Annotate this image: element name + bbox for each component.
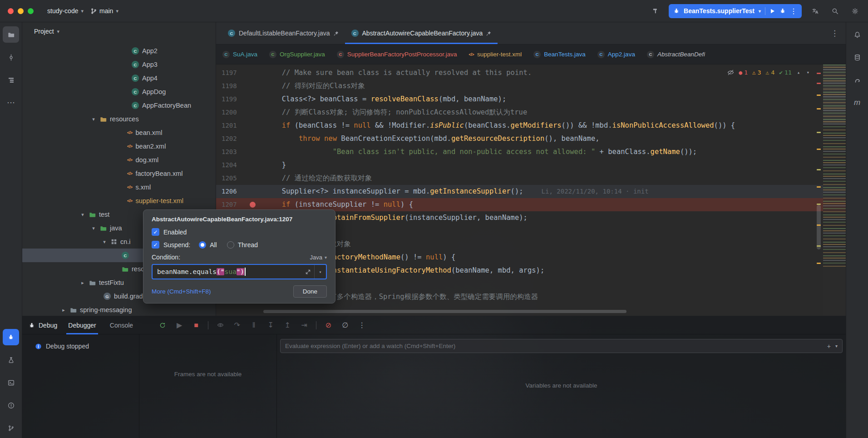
breakpoint-icon[interactable]: [250, 202, 256, 208]
expand-editor-icon[interactable]: [302, 269, 314, 274]
tree-item-bean.xml[interactable]: </>bean.xml: [22, 126, 216, 139]
tree-item-App2[interactable]: CApp2: [22, 44, 216, 58]
step-over-button[interactable]: ↷: [230, 319, 244, 332]
build-icon[interactable]: [649, 4, 662, 18]
step-into-button[interactable]: ↧: [264, 319, 277, 332]
file-chip-AbstractBeanDefi[interactable]: CAbstractBeanDefi: [647, 51, 705, 58]
chevron-down-icon[interactable]: ▾: [101, 239, 108, 245]
tool-strip-button-terminal[interactable]: [3, 374, 19, 391]
run-button[interactable]: [769, 8, 775, 14]
chevron-down-icon[interactable]: ▾: [759, 9, 761, 14]
code-line-1200[interactable]: 1200 // 判断Class对象; 访问修饰符; nonPublicAcces…: [216, 106, 846, 119]
more-button[interactable]: ⋮: [355, 319, 369, 332]
tool-strip-button-database[interactable]: [849, 49, 865, 65]
search-icon[interactable]: [828, 4, 842, 18]
close-window-button[interactable]: [8, 8, 14, 14]
suspend-all-radio[interactable]: [199, 241, 206, 249]
code-line-1203[interactable]: 1203 "Bean class isn't public, and non-p…: [216, 145, 846, 159]
code-line-1206[interactable]: 1206 Supplier<?> instanceSupplier = mbd.…: [216, 185, 846, 198]
tree-item-dog.xml[interactable]: </>dog.xml: [22, 153, 216, 167]
run-debug-widget[interactable]: BeanTests.supplierTest ▾ ⋮: [669, 4, 802, 18]
more-actions-icon[interactable]: ⋮: [790, 7, 797, 15]
enabled-checkbox[interactable]: ✓: [152, 228, 159, 236]
tree-item-AppDog[interactable]: CAppDog: [22, 85, 216, 99]
tool-strip-button-maven[interactable]: m: [849, 95, 865, 111]
add-watch-icon[interactable]: +: [827, 343, 831, 350]
file-chip-SupplierBeanFactoryPostProcessor.java[interactable]: CSupplierBeanFactoryPostProcessor.java: [337, 51, 457, 58]
rerun-button[interactable]: [156, 319, 169, 332]
step-out-button[interactable]: ↥: [281, 319, 294, 332]
condition-input[interactable]: beanName.equals("sua") ▾: [152, 264, 327, 279]
minimize-window-button[interactable]: [18, 8, 24, 14]
more-settings-link[interactable]: More (Cmd+Shift+F8): [152, 288, 211, 295]
evaluate-expression-bar[interactable]: + ▾: [280, 339, 843, 353]
tree-item-bean2.xml[interactable]: </>bean2.xml: [22, 139, 216, 153]
debug-tab-Console[interactable]: Console: [108, 316, 135, 334]
tool-strip-button-notifications[interactable]: [849, 26, 865, 43]
tool-strip-button-project-folder[interactable]: [3, 26, 19, 43]
tree-item-resources[interactable]: ▾resources: [22, 112, 216, 126]
file-chip-supplier-test.xml[interactable]: </>supplier-test.xml: [469, 51, 522, 58]
minimap[interactable]: [823, 65, 846, 316]
tree-item-s.xml[interactable]: </>s.xml: [22, 180, 216, 194]
next-problem-button[interactable]: ▾: [805, 70, 810, 75]
code-line-1204[interactable]: 1204 }: [216, 159, 846, 172]
tool-strip-button-problems[interactable]: [3, 397, 19, 413]
tool-strip-button-structure[interactable]: [3, 72, 19, 88]
code-line-1198[interactable]: 1198 // 得到对应的Class对象: [216, 80, 846, 93]
chevron-right-icon[interactable]: ▸: [79, 280, 86, 286]
resume-button[interactable]: ▶: [173, 319, 186, 332]
tool-strip-button-commit[interactable]: [3, 49, 19, 65]
file-chip-OrgSupplier.java[interactable]: COrgSupplier.java: [269, 51, 325, 58]
file-chip-SuA.java[interactable]: CSuA.java: [222, 51, 257, 58]
tool-strip-button-gradle[interactable]: [849, 72, 865, 88]
chevron-right-icon[interactable]: ▸: [60, 307, 67, 313]
project-panel-header[interactable]: Project ▾: [22, 22, 216, 40]
inspections-widget[interactable]: ●1 ⚠3 ⚠4 ✔11 ▴ ▾: [727, 69, 810, 76]
tool-strip-button-version-control[interactable]: [3, 420, 19, 436]
code-line-1205[interactable]: 1205 // 通过给定的函数获取对象: [216, 172, 846, 185]
horizontal-scrollbar[interactable]: [263, 310, 626, 313]
tree-item-App4[interactable]: CApp4: [22, 71, 216, 85]
code-line-1201[interactable]: 1201 if (beanClass != null && !Modifier.…: [216, 119, 846, 132]
tool-strip-button-debug[interactable]: [3, 329, 19, 345]
tree-item-factoryBean.xml[interactable]: </>factoryBean.xml: [22, 167, 216, 180]
pause-button[interactable]: ‖: [247, 319, 261, 332]
tree-item-spring-messaging[interactable]: ▸spring-messaging: [22, 303, 216, 316]
chevron-down-icon[interactable]: ▾: [835, 343, 838, 348]
previous-problem-button[interactable]: ▴: [796, 70, 801, 75]
branch-widget[interactable]: main ▾: [87, 5, 122, 17]
file-chip-BeanTests.java[interactable]: CBeanTests.java: [533, 51, 586, 58]
show-execution-point-button[interactable]: [213, 319, 227, 332]
tool-strip-button-more[interactable]: ⋯: [3, 95, 19, 111]
code-line-1202[interactable]: 1202 throw new BeanCreationException(mbd…: [216, 132, 846, 145]
chevron-down-icon[interactable]: ▾: [90, 225, 97, 231]
tab-options-icon[interactable]: ⋮: [824, 29, 846, 38]
editor-tab-DefaultListableBeanFactory.java[interactable]: CDefaultListableBeanFactory.java: [222, 22, 345, 44]
debug-button[interactable]: [779, 8, 786, 14]
view-breakpoints-button[interactable]: ∅: [338, 319, 352, 332]
tool-strip-button-services[interactable]: [3, 352, 19, 368]
chevron-down-icon[interactable]: ▾: [90, 116, 97, 122]
highlighting-off-icon[interactable]: [727, 69, 734, 76]
language-selector[interactable]: Java ▾: [310, 254, 327, 261]
stop-button[interactable]: ■: [189, 319, 203, 332]
file-chip-App2.java[interactable]: CApp2.java: [597, 51, 635, 58]
suspend-thread-radio[interactable]: [227, 241, 234, 249]
suspend-checkbox[interactable]: ✓: [152, 241, 159, 249]
history-dropdown-button[interactable]: ▾: [314, 265, 326, 279]
vertical-scrollbar[interactable]: [817, 205, 821, 249]
debug-tab-Debugger[interactable]: Debugger: [66, 316, 98, 334]
run-to-cursor-button[interactable]: ⇥: [297, 319, 311, 332]
code-line-1199[interactable]: 1199 Class<?> beanClass = resolveBeanCla…: [216, 93, 846, 106]
done-button[interactable]: Done: [293, 285, 327, 298]
chevron-down-icon[interactable]: ▾: [79, 212, 86, 218]
settings-gear-icon[interactable]: [848, 4, 862, 18]
translate-icon[interactable]: [808, 4, 822, 18]
project-widget[interactable]: study-code ▾: [44, 5, 87, 17]
editor-tab-AbstractAutowireCapableBeanFactory.java[interactable]: CAbstractAutowireCapableBeanFactory.java: [345, 22, 498, 44]
evaluate-expression-input[interactable]: [285, 343, 823, 349]
mute-breakpoints-button[interactable]: ⊘: [321, 319, 335, 332]
tree-item-supplier-test.xml[interactable]: </>supplier-test.xml: [22, 194, 216, 208]
tree-item-App3[interactable]: CApp3: [22, 58, 216, 71]
